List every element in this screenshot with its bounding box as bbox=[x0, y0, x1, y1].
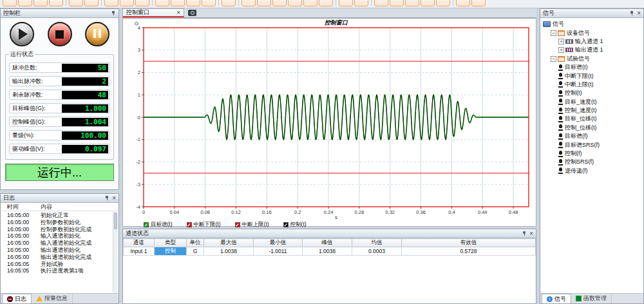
channel-column-header[interactable]: 峰值 bbox=[303, 239, 352, 247]
collapse-icon[interactable]: − bbox=[551, 56, 556, 62]
toolbar-pie-chart-icon[interactable] bbox=[120, 0, 134, 6]
expand-icon[interactable]: + bbox=[558, 47, 564, 53]
channel-table-row[interactable]: Input 1控制G1.0038-1.00111.00380.00030.572… bbox=[124, 247, 536, 256]
stop-button[interactable] bbox=[48, 22, 72, 46]
toolbar-fit-horizontal-icon[interactable] bbox=[405, 0, 419, 6]
tree-item[interactable]: 控制_速度(t) bbox=[540, 106, 643, 115]
channel-column-header[interactable]: 通道 bbox=[124, 239, 155, 247]
log-entry[interactable]: 16:05:00初始化正常 bbox=[7, 212, 113, 219]
toolbar-table-view-3-icon[interactable] bbox=[272, 0, 287, 6]
tree-item[interactable]: −试验信号 bbox=[540, 55, 643, 63]
legend-checkbox[interactable]: ✓ bbox=[283, 222, 289, 227]
tree-item[interactable]: +输入通道 1 bbox=[540, 37, 643, 46]
tree-item[interactable]: +输出通道 1 bbox=[540, 46, 643, 54]
channel-cell[interactable]: 1.0038 bbox=[204, 247, 254, 256]
tree-item[interactable]: 信号 bbox=[540, 20, 643, 28]
toolbar-length-ch1-icon[interactable] bbox=[155, 0, 169, 6]
toolbar-wav-icon[interactable] bbox=[222, 0, 236, 6]
log-entry[interactable]: 16:05:05开始试验 bbox=[7, 261, 113, 268]
toolbar-save-icon[interactable] bbox=[49, 0, 63, 6]
toolbar-chart-table-icon[interactable] bbox=[288, 0, 302, 6]
tab-close-icon[interactable]: × bbox=[176, 10, 180, 15]
channel-column-header[interactable]: 有效值 bbox=[402, 239, 536, 247]
toolbar-chart-view-2-icon[interactable] bbox=[319, 0, 333, 6]
channel-column-header[interactable]: 最小值 bbox=[254, 239, 303, 247]
tab-control-window[interactable]: 控制窗口 × bbox=[122, 8, 184, 17]
pin-icon[interactable] bbox=[522, 231, 527, 236]
legend-item[interactable]: ✓中断上限(t) bbox=[235, 221, 269, 229]
channel-column-header[interactable]: 最大值 bbox=[204, 239, 254, 247]
channel-cell[interactable]: G bbox=[187, 247, 204, 256]
channel-type-badge[interactable]: 控制 bbox=[155, 247, 187, 256]
toolbar-zoom-in-icon[interactable] bbox=[421, 0, 435, 6]
pin-icon[interactable] bbox=[111, 10, 116, 16]
toolbar-table-view-2-icon[interactable] bbox=[257, 0, 271, 6]
legend-checkbox[interactable]: ✓ bbox=[187, 222, 192, 227]
tree-item[interactable]: 逆传递(f) bbox=[540, 167, 643, 175]
toolbar-length-ch3-icon[interactable] bbox=[186, 0, 200, 6]
channel-column-header[interactable]: 单位 bbox=[187, 239, 204, 247]
signal-tab-func[interactable]: 函数管理 bbox=[571, 294, 612, 303]
log-entry[interactable]: 16:05:00输入通道初始化 bbox=[7, 233, 113, 240]
expand-icon[interactable]: + bbox=[558, 39, 564, 44]
collapse-icon[interactable]: − bbox=[551, 30, 556, 36]
toolbar-close-doc-icon[interactable] bbox=[33, 0, 48, 6]
close-icon[interactable]: × bbox=[637, 10, 641, 16]
tree-item[interactable]: 控制SRS(f) bbox=[540, 158, 643, 166]
channel-cell[interactable]: Input 1 bbox=[124, 247, 155, 256]
toolbar-fit-vertical-icon[interactable] bbox=[390, 0, 404, 6]
toolbar-length-ch2-icon[interactable] bbox=[171, 0, 185, 6]
channel-cell[interactable]: 0.5728 bbox=[402, 247, 536, 256]
tree-item[interactable]: 目标谱(t) bbox=[540, 63, 643, 71]
toolbar-at-circle-icon[interactable] bbox=[202, 0, 216, 6]
toolbar-new-icon[interactable] bbox=[3, 0, 17, 6]
log-entry[interactable]: 16:05:00输出通道初始化完成 bbox=[7, 254, 113, 261]
pause-button[interactable] bbox=[85, 22, 109, 46]
toolbar-clock-icon[interactable] bbox=[135, 0, 149, 6]
tree-item[interactable]: 控制(t) bbox=[540, 89, 643, 97]
log-entry[interactable]: 16:05:00输出通道初始化 bbox=[7, 247, 113, 254]
log-entry[interactable]: 16:05:00控制参数初始化完成 bbox=[7, 226, 113, 233]
toolbar-open-icon[interactable] bbox=[18, 0, 32, 6]
toolbar-print-icon[interactable] bbox=[84, 0, 99, 6]
tree-item[interactable]: −设备信号 bbox=[540, 28, 643, 37]
start-button[interactable] bbox=[10, 22, 34, 46]
toolbar-save-all-icon[interactable] bbox=[69, 0, 83, 6]
tree-item[interactable]: 目标谱(f) bbox=[540, 132, 643, 140]
toolbar-layout-vertical-icon[interactable] bbox=[354, 0, 368, 6]
toolbar-favorite-icon[interactable] bbox=[104, 0, 118, 6]
pin-icon[interactable] bbox=[629, 10, 634, 16]
tree-item[interactable]: 目标_位移(t) bbox=[540, 115, 643, 123]
log-tab-warn[interactable]: 报警信息 bbox=[32, 294, 73, 303]
toolbar-chart-view-1-icon[interactable] bbox=[303, 0, 317, 6]
channel-cell[interactable]: -1.0011 bbox=[254, 247, 303, 256]
toolbar-close-icon[interactable] bbox=[471, 0, 486, 6]
pin-icon[interactable] bbox=[104, 195, 109, 201]
scrollbar-thumb[interactable] bbox=[114, 213, 117, 229]
signal-tab-info[interactable]: i信号 bbox=[542, 294, 571, 303]
channel-cell[interactable]: 0.0003 bbox=[352, 247, 402, 256]
legend-checkbox[interactable]: ✓ bbox=[235, 222, 240, 227]
toolbar-undo-icon[interactable] bbox=[456, 0, 470, 6]
log-entry[interactable]: 16:05:00输入通道初始化完成 bbox=[7, 240, 113, 247]
legend-checkbox[interactable]: ✓ bbox=[144, 222, 149, 227]
tree-item[interactable]: 控制(f) bbox=[540, 149, 643, 158]
toolbar-fit-window-icon[interactable] bbox=[374, 0, 388, 6]
tree-item[interactable]: 目标谱SRS(f) bbox=[540, 140, 643, 149]
log-entry[interactable]: 16:05:05执行进度表第1项 bbox=[7, 267, 113, 274]
legend-item[interactable]: ✓控制(t) bbox=[283, 221, 307, 229]
close-icon[interactable]: × bbox=[112, 195, 116, 201]
control-chart[interactable]: 43210-1-2-3-400.040.080.120.160.20.240.2… bbox=[123, 19, 536, 220]
tree-item[interactable]: 中断下限(t) bbox=[540, 71, 643, 80]
close-icon[interactable]: × bbox=[529, 231, 533, 236]
capture-button[interactable] bbox=[186, 8, 198, 17]
tree-item[interactable]: 控制_位移(t) bbox=[540, 124, 643, 132]
toolbar-zoom-out-icon[interactable] bbox=[436, 0, 450, 6]
tree-item[interactable]: 中断上限(t) bbox=[540, 81, 643, 89]
legend-item[interactable]: ✓目标谱(t) bbox=[144, 221, 173, 229]
log-tab-log[interactable]: 日志 bbox=[2, 294, 32, 303]
legend-item[interactable]: ✓中断下限(t) bbox=[187, 221, 221, 229]
channel-column-header[interactable]: 均值 bbox=[352, 239, 402, 247]
log-entry[interactable]: 16:05:00控制参数初始化 bbox=[7, 219, 113, 226]
log-scrollbar[interactable] bbox=[113, 212, 118, 292]
